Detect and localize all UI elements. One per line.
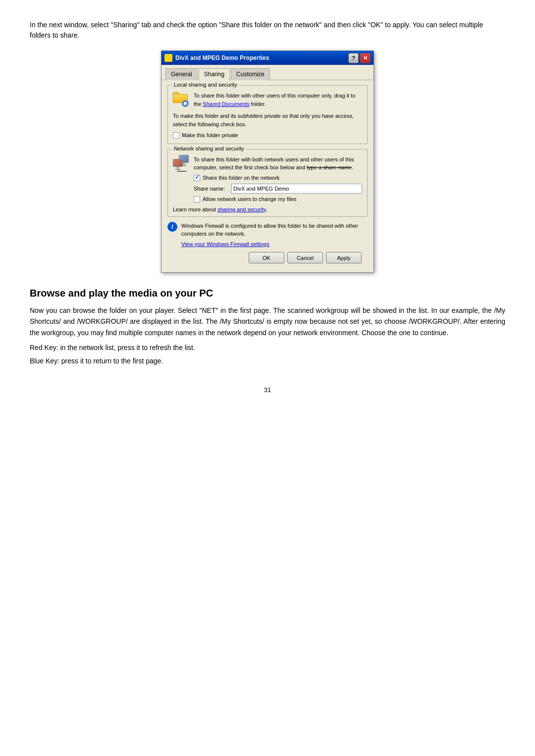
dialog-buttons: OK Cancel Apply <box>167 248 368 267</box>
network-sharing-icon <box>173 155 189 171</box>
firewall-text-block: Windows Firewall is configured to allow … <box>181 222 368 249</box>
share-name-input[interactable] <box>231 184 362 194</box>
properties-dialog: DivX and MPEG Demo Properties ? ✕ Genera… <box>161 50 374 273</box>
make-private-label: Make this folder private <box>182 131 238 140</box>
learn-more-text: Learn more about <box>173 206 216 212</box>
local-sharing-content: To share this folder with other users of… <box>173 92 362 108</box>
local-sharing-icon <box>173 92 189 107</box>
page-number: 31 <box>30 386 505 394</box>
tab-customize[interactable]: Customize <box>231 68 270 80</box>
local-sharing-text: To share this folder with other users of… <box>194 92 362 108</box>
make-private-row: Make this folder private <box>173 131 362 140</box>
dialog-title-label: DivX and MPEG Demo Properties <box>175 54 269 61</box>
dialog-container: DivX and MPEG Demo Properties ? ✕ Genera… <box>30 50 505 273</box>
dialog-titlebar: DivX and MPEG Demo Properties ? ✕ <box>161 51 374 65</box>
share-name-label: Share name: <box>194 186 228 192</box>
local-sharing-legend: Local sharing and security <box>172 82 239 88</box>
share-on-network-row: Share this folder on the network <box>194 175 362 181</box>
learn-more-row: Learn more about sharing and security. <box>173 206 362 212</box>
info-icon: i <box>167 222 177 232</box>
private-section: To make this folder and its subfolders p… <box>173 112 362 140</box>
ok-button[interactable]: OK <box>249 252 284 263</box>
dialog-title: DivX and MPEG Demo Properties <box>164 54 269 62</box>
dialog-title-icon <box>164 54 172 62</box>
tabs-container: General Sharing Customize <box>161 65 374 80</box>
allow-changes-row: Allow network users to change my files <box>194 196 362 202</box>
tab-general[interactable]: General <box>165 68 198 80</box>
cancel-button[interactable]: Cancel <box>287 252 323 263</box>
private-text: To make this folder and its subfolders p… <box>173 112 362 128</box>
tab-sharing[interactable]: Sharing <box>199 68 230 80</box>
learn-more-link[interactable]: sharing and security <box>217 206 266 212</box>
allow-changes-checkbox[interactable] <box>194 196 200 202</box>
apply-button[interactable]: Apply <box>326 252 362 263</box>
make-private-checkbox[interactable] <box>173 132 179 139</box>
titlebar-buttons: ? ✕ <box>348 53 371 63</box>
allow-changes-label: Allow network users to change my files <box>203 196 297 202</box>
dialog-wrapper: DivX and MPEG Demo Properties ? ✕ Genera… <box>161 50 374 273</box>
share-on-network-checkbox[interactable] <box>194 175 200 181</box>
dialog-content: Local sharing and security <box>161 80 374 272</box>
network-sharing-content: To share this folder with both network u… <box>173 155 362 202</box>
section2-heading: Browse and play the media on your PC <box>30 288 505 299</box>
section2-body1: Now you can browse the folder on your pl… <box>30 305 505 338</box>
red-key-text: Red Key: in the network list, press it t… <box>30 342 505 353</box>
close-button[interactable]: ✕ <box>360 53 371 63</box>
firewall-link[interactable]: View your Windows Firewall settings <box>181 241 269 247</box>
share-name-row: Share name: <box>194 184 362 194</box>
share-on-network-label: Share this folder on the network <box>203 175 279 181</box>
network-sharing-text-block: To share this folder with both network u… <box>194 155 362 202</box>
help-button[interactable]: ? <box>348 53 359 63</box>
network-sharing-section: Network sharing and security <box>167 149 368 217</box>
firewall-info: i Windows Firewall is configured to allo… <box>167 222 368 249</box>
intro-paragraph: In the next window, select "Sharing" tab… <box>30 20 505 41</box>
blue-key-text: Blue Key: press it to return to the firs… <box>30 355 505 366</box>
network-sharing-legend: Network sharing and security <box>172 146 246 151</box>
firewall-text: Windows Firewall is configured to allow … <box>181 222 368 238</box>
shared-documents-link[interactable]: Shared Documents <box>203 101 249 107</box>
local-sharing-section: Local sharing and security <box>167 85 368 144</box>
